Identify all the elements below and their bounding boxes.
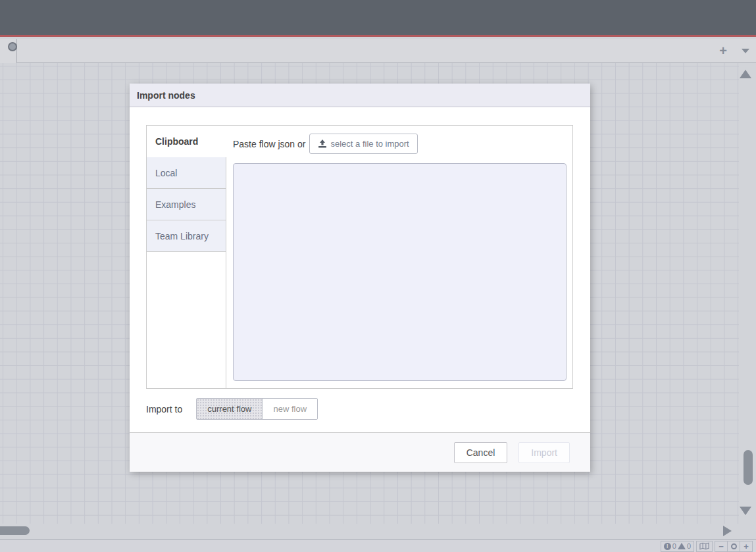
scroll-down-icon[interactable] [740,507,751,515]
horizontal-scrollbar-thumb[interactable] [0,526,30,535]
scroll-right-icon[interactable] [723,526,732,536]
error-count: 0 [672,542,676,550]
import-nodes-dialog: Import nodes Clipboard Local Examples Te… [130,84,590,472]
dialog-title: Import nodes [137,90,195,101]
tab-team-library[interactable]: Team Library [147,220,226,252]
status-bar: 0 0 − + [0,539,756,552]
tab-clipboard[interactable]: Clipboard [147,126,226,157]
node-port-dot [8,42,17,51]
dialog-header: Import nodes [130,84,590,107]
map-icon [699,542,709,550]
notification-counts[interactable]: 0 0 [661,541,694,552]
tab-column-filler [147,252,226,388]
tab-strip-main [17,39,756,63]
dialog-footer: Cancel Import [130,432,590,472]
zoom-controls: − + [715,541,753,552]
cancel-button[interactable]: Cancel [454,442,508,463]
select-file-label: select a file to import [331,139,409,149]
import-to-row: Import to current flow new flow [146,398,318,420]
tab-examples[interactable]: Examples [147,189,226,220]
workspace-tab-strip: + [0,39,756,63]
error-icon [664,543,671,550]
flow-list-chevron-down-icon[interactable] [742,49,749,53]
import-to-label: Import to [146,404,182,414]
clipboard-tab-content: Paste flow json or select a file to impo… [226,126,572,388]
app-header [0,0,756,37]
upload-icon [318,139,327,148]
horizontal-scroll-rail [0,524,756,539]
tab-strip-left-cell [0,39,17,63]
zoom-out-button[interactable]: − [715,541,728,552]
zoom-reset-circle-icon [731,543,737,549]
current-flow-button[interactable]: current flow [197,399,262,419]
import-target-toggle: current flow new flow [196,398,318,420]
zoom-reset-button[interactable] [727,541,740,552]
flow-json-input[interactable] [233,163,567,381]
import-button[interactable]: Import [518,442,570,463]
warning-icon [678,543,686,549]
warning-count: 0 [687,542,691,550]
import-panel: Clipboard Local Examples Team Library Pa… [146,125,573,389]
tab-local[interactable]: Local [147,157,226,189]
new-flow-button[interactable]: new flow [262,399,317,419]
zoom-in-button[interactable]: + [740,541,753,552]
import-source-tabs: Clipboard Local Examples Team Library [147,126,226,388]
scroll-up-icon[interactable] [740,70,751,78]
paste-flow-label: Paste flow json or [233,139,306,149]
navigator-button[interactable] [696,541,713,552]
select-file-button[interactable]: select a file to import [309,134,418,154]
add-flow-icon[interactable]: + [719,44,727,57]
vertical-scrollbar-thumb[interactable] [743,450,753,485]
